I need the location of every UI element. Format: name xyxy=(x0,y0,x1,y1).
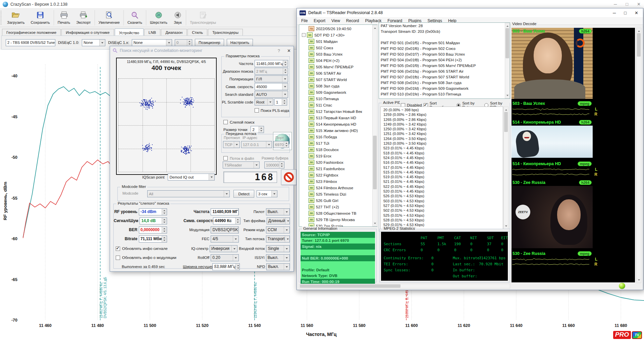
result-value-field[interactable]: -34 dBm xyxy=(139,208,167,215)
pid-item[interactable]: 522 (0.01% ~ 4.45 Kbps) xyxy=(383,185,503,189)
tree-item[interactable]: SD512 Татарстан Новый Век xyxy=(300,108,377,115)
minimize-icon[interactable]: ─ xyxy=(613,10,616,15)
search-range-input[interactable]: 2 МГц xyxy=(255,68,288,75)
update-checkbox[interactable] xyxy=(116,256,120,260)
toolbar-button[interactable]: Печать xyxy=(55,9,73,27)
tree-item[interactable]: SD509 Gagsnetwork xyxy=(300,89,377,95)
pls-value-stepper[interactable]: 1 xyxy=(274,98,287,106)
result-value-field[interactable]: 14,0 dB xyxy=(140,217,167,224)
tab-item[interactable]: Стиль xyxy=(187,29,207,36)
diseqc1x-select[interactable]: None xyxy=(132,39,172,46)
scrollbar-thumb[interactable] xyxy=(373,136,377,189)
pid-item[interactable]: 516 (0.01% ~ 4.45 Kbps) xyxy=(383,160,503,165)
tree-item[interactable]: SD525 Timeless Dizi xyxy=(300,191,377,197)
pid-item[interactable]: 524 (0.01% ~ 4.45 Kbps) xyxy=(383,156,503,160)
stream-to-file-checkbox[interactable] xyxy=(223,156,228,160)
result-value-field[interactable]: CCM xyxy=(266,226,290,233)
tree-item[interactable]: SD523 Filmbox xyxy=(300,178,377,185)
result-value-field[interactable]: 4/5 xyxy=(211,235,239,243)
pid-item[interactable]: 1264 (0.00% ~ 3.50 Kbps) xyxy=(383,137,503,141)
tree-item[interactable]: SD514 Кинопремьера HD xyxy=(300,121,377,127)
tree-item[interactable]: SD507 START World xyxy=(300,76,377,83)
tree-item[interactable]: SD502 Союз xyxy=(300,45,377,51)
tree-item[interactable]: SD511 Спас xyxy=(300,102,377,108)
toolbar-button[interactable]: Сохранить xyxy=(28,9,53,27)
pid-item[interactable]: 1250 (0.00% ~ 3.42 Kbps) xyxy=(383,127,503,132)
ip-select[interactable]: 127.0.0.1 xyxy=(241,141,272,148)
detect-button[interactable]: Detect xyxy=(233,190,254,198)
menu-item[interactable]: File xyxy=(298,18,311,24)
buffer-stepper[interactable]: 100000 xyxy=(264,161,284,168)
tab-item[interactable]: Информация о спутнике xyxy=(61,29,114,36)
pid-item[interactable]: 1249 (0.00% ~ 3.42 Kbps) xyxy=(383,122,503,127)
toolbar-button[interactable]: Звук xyxy=(170,9,185,27)
result-value-field[interactable]: 11480,939 МГ xyxy=(211,208,239,215)
pid-item[interactable]: 521 (0.01% ~ 4.45 Kbps) xyxy=(383,180,503,184)
iqscan-select[interactable]: Demod IQ out xyxy=(168,174,215,181)
result-value-field[interactable]: 53,988 МГц xyxy=(212,263,240,270)
configure-button[interactable]: Настроить xyxy=(227,39,253,47)
pat-scrollbar[interactable] xyxy=(505,23,510,98)
pid-item[interactable]: 528 (0.01% ~ 4.53 Kbps) xyxy=(383,218,503,223)
result-value-field[interactable]: DVBS2/QPSK xyxy=(211,226,239,233)
close-icon[interactable]: ✕ xyxy=(287,48,291,53)
result-value-field[interactable]: 0,0000000 xyxy=(139,226,167,233)
scrollbar-thumb[interactable] xyxy=(637,33,641,57)
result-value-field[interactable]: 44990 Кс xyxy=(213,217,240,224)
result-value-field[interactable]: 0.20 xyxy=(211,254,239,261)
pid-item[interactable]: 526 (0.01% ~ 4.53 Kbps) xyxy=(383,194,503,199)
pid-item[interactable]: 527 (0.01% ~ 4.53 Kbps) xyxy=(383,204,503,208)
pid-item[interactable]: 519 (0.01% ~ 4.45 Kbps) xyxy=(383,175,503,180)
tree-item[interactable]: SD513 Первый Канал HD xyxy=(300,115,377,121)
tree-item[interactable]: SD528 Общественное ТВ xyxy=(300,210,377,216)
close-icon[interactable]: ✕ xyxy=(635,10,638,15)
search-standard-select[interactable]: AUTO xyxy=(255,91,288,98)
horizontal-scrollbar[interactable] xyxy=(299,284,510,288)
toolbar-button[interactable]: Сканить xyxy=(124,9,145,27)
polarization-select[interactable]: Г/Л xyxy=(255,75,288,82)
pid-item[interactable]: 1251 (0.00% ~ 3.42 Kbps) xyxy=(383,132,503,136)
result-value-field[interactable]: 71,111 Мби xyxy=(139,235,167,243)
toolbar-button[interactable]: Экспорт xyxy=(73,9,94,27)
tree-item[interactable]: SD519 Erox xyxy=(300,153,377,159)
video-scrollbar[interactable] xyxy=(636,28,641,283)
pid-item[interactable]: 503 (0.01% ~ 4.53 Kbps) xyxy=(383,199,503,204)
tree-item[interactable]: SD510 Пятница xyxy=(300,95,377,102)
pid-item[interactable]: 502 (0.01% ~ 4.53 Kbps) xyxy=(383,208,503,213)
tuner-select[interactable]: 2 - TBS 6908 DVBS/S2 Tuner 0 xyxy=(6,39,55,46)
tree-item[interactable]: SD524 Filmbox Arthouse xyxy=(300,185,377,191)
menu-item[interactable]: Export xyxy=(311,18,328,24)
pid-item[interactable]: 525 (0.01% ~ 4.53 Kbps) xyxy=(383,213,503,218)
pid-item[interactable]: 523 (0.01% ~ 4.45 Kbps) xyxy=(383,146,503,151)
tree-item[interactable]: SD501 Майдан xyxy=(300,38,377,45)
result-value-field[interactable]: Выкл. xyxy=(266,263,290,270)
tree-item[interactable]: SD518 Docubox xyxy=(300,146,377,153)
help-icon[interactable]: ? xyxy=(278,48,280,53)
tree-item[interactable]: SD520 Fashionbox xyxy=(300,159,377,165)
pid-item[interactable]: 1265 (0.00% ~ 2.86 Kbps) xyxy=(383,118,503,122)
menu-item[interactable]: View xyxy=(328,18,343,24)
consumer-select[interactable]: TSReader xyxy=(223,161,260,168)
pids-scrollbar[interactable] xyxy=(503,107,508,229)
tree-item[interactable]: SD505 Матч! ПРЕМЬЕР xyxy=(300,64,377,70)
toolbar-button[interactable]: Загрузить xyxy=(4,9,28,27)
result-value-field[interactable]: Single xyxy=(266,245,290,252)
tree-item[interactable]: SD527 ТНТ (+2) xyxy=(300,204,377,210)
pid-item[interactable]: 517 (0.01% ~ 4.45 Kbps) xyxy=(383,165,503,170)
result-value-field[interactable]: Transport xyxy=(266,235,290,243)
maximize-icon[interactable]: □ xyxy=(626,2,628,7)
tree-item[interactable]: SD508 Зал суда xyxy=(300,83,377,89)
toolbar-button[interactable]: Шерстить xyxy=(147,9,170,27)
tree-scrollbar[interactable] xyxy=(372,25,377,226)
toolbar-button[interactable]: Увеличение xyxy=(96,9,123,27)
menu-item[interactable]: Record xyxy=(343,18,362,24)
detect-interval-select[interactable]: 3 сек xyxy=(257,190,277,197)
tree-item[interactable]: -SDSDT PID 17 <30> xyxy=(300,32,377,38)
port-stepper[interactable]: 6970 xyxy=(273,141,289,148)
tree-item[interactable]: SD522 Fightbox xyxy=(300,172,377,178)
result-value-field[interactable]: Инверсия xyxy=(210,245,237,252)
pid-item[interactable]: 1263 (0.00% ~ 3.50 Kbps) xyxy=(383,141,503,146)
scrollbar-thumb[interactable] xyxy=(505,28,509,58)
tree-item[interactable]: TD2022/05/26 19:40:50 xyxy=(300,25,377,32)
tree-item[interactable]: SD529 ТВ Центр Москва xyxy=(300,216,377,223)
